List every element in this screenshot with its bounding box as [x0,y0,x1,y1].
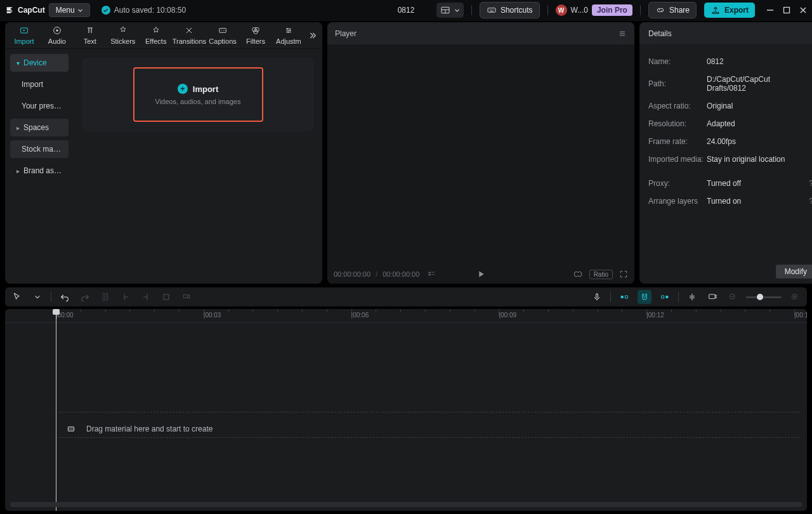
svg-rect-29 [596,294,598,298]
details-body: Name:0812 Path:D:/CapCut/CapCut Drafts/0… [639,45,812,210]
undo-button[interactable] [58,290,72,304]
fullscreen-icon[interactable] [619,270,628,279]
tab-filters[interactable]: Filters [239,23,272,48]
modify-button[interactable]: Modify [776,265,812,279]
details-panel: Details Name:0812 Path:D:/CapCut/CapCut … [639,22,812,284]
svg-rect-28 [183,295,188,298]
zoom-in-button[interactable] [788,290,802,304]
timeline-ruler[interactable]: |00:00|00:03|00:06|00:09|00:12|00:15 [5,309,807,323]
timeline-tracks[interactable]: Drag material here and start to create [13,324,799,499]
tab-transitions[interactable]: Transitions [173,23,206,48]
ratio-button[interactable]: Ratio [589,270,613,279]
zoom-out-button[interactable] [726,290,740,304]
effects-icon [151,25,161,36]
help-icon[interactable]: ? [804,197,812,206]
mic-button[interactable] [590,290,604,304]
detail-row: Name:0812 [648,53,812,70]
trim-right-button[interactable] [139,290,153,304]
share-label: Share [669,6,690,15]
magnet-left-button[interactable] [617,290,631,304]
player-controls: 00:00:00:00 / 00:00:00:00 Ratio [327,265,634,284]
sticker-icon [118,25,128,36]
tab-stickers[interactable]: Stickers [107,23,140,48]
pointer-menu[interactable] [30,290,44,304]
align-button[interactable] [685,290,699,304]
timeline-scrollbar[interactable] [10,502,802,508]
tab-captions[interactable]: Captions [206,23,239,48]
timeline-drop-row[interactable]: Drag material here and start to create [58,419,799,438]
sidebar-item-label: Your presets [22,102,64,110]
zoom-slider[interactable] [746,296,782,298]
split-button[interactable] [98,290,112,304]
export-button[interactable]: Export [704,3,755,18]
magnet-button[interactable] [638,290,652,304]
svg-rect-21 [429,272,431,273]
timeline[interactable]: |00:00|00:03|00:06|00:09|00:12|00:15 Dra… [5,309,807,511]
tab-text[interactable]: Text [74,23,107,48]
tab-adjustment[interactable]: Adjustm [272,23,305,48]
svg-rect-38 [68,427,74,432]
magnet-right-button[interactable] [658,290,672,304]
snapshot-icon[interactable] [573,269,583,279]
svg-rect-22 [429,274,431,275]
sidebar-item-import[interactable]: Import [10,76,69,93]
sidebar-item-brand[interactable]: Brand assets [10,162,69,180]
player-panel: Player 00:00:00:00 / 00:00:00:00 Ratio [327,22,634,284]
ribbon-more[interactable] [305,30,320,41]
tab-label: Text [84,37,96,45]
svg-rect-26 [106,294,108,301]
sidebar-item-device[interactable]: Device [10,54,69,72]
list-icon[interactable] [427,270,436,279]
share-button[interactable]: Share [648,2,697,18]
tab-label: Audio [48,37,66,45]
details-title: Details [648,29,672,38]
tab-audio[interactable]: Audio [41,23,74,48]
svg-rect-31 [625,296,627,298]
timeline-toolbar [5,287,807,306]
plus-circle-icon: + [178,84,188,94]
shortcuts-label: Shortcuts [501,6,533,15]
link-icon [655,5,665,15]
svg-rect-24 [431,274,435,275]
detail-row: Arrange layersTurned on? [648,192,812,210]
sidebar-item-presets[interactable]: Your presets [10,97,69,115]
trim-left-button[interactable] [119,290,133,304]
help-icon[interactable]: ? [804,179,812,188]
ruler-label: |00:15 [794,312,807,319]
join-pro-pill[interactable]: Join Pro [592,4,632,16]
capcut-icon [5,5,15,15]
svg-rect-3 [488,8,495,13]
maximize-icon[interactable] [783,6,790,14]
menu-button[interactable]: Menu [49,3,90,17]
player-menu-icon[interactable] [618,29,627,38]
adjust-icon [284,25,294,36]
import-dropzone[interactable]: + Import Videos, audios, and images [133,67,263,122]
player-viewport[interactable]: 00:00:00:00 / 00:00:00:00 Ratio [327,45,634,284]
redo-button[interactable] [78,290,92,304]
svg-rect-23 [431,272,435,273]
shortcuts-button[interactable]: Shortcuts [480,2,540,18]
chevron-down-icon [77,8,83,13]
chevrons-right-icon [307,30,317,41]
pointer-tool[interactable] [10,290,24,304]
layout-icon [440,5,450,15]
detail-row: Aspect ratio:Original [648,97,812,115]
tab-import[interactable]: Import [8,23,41,48]
detach-audio-button[interactable] [180,290,193,304]
sidebar-item-spaces[interactable]: Spaces [10,119,69,136]
tab-effects[interactable]: Effects [140,23,173,48]
crop-button[interactable] [159,290,173,304]
tab-label: Stickers [110,37,135,45]
upload-icon [710,5,721,15]
user-badge[interactable]: W W...0 Join Pro [556,4,632,16]
detail-row: Frame rate:24.00fps [648,133,812,150]
layout-button[interactable] [436,3,464,18]
sidebar-item-stock[interactable]: Stock mater... [10,140,69,158]
minimize-icon[interactable] [766,6,774,14]
preview-button[interactable] [705,290,719,304]
ruler-label: |00:12 [646,312,664,319]
close-icon[interactable] [799,6,807,14]
avatar: W [556,4,567,16]
play-button[interactable] [476,269,486,279]
svg-point-13 [56,29,58,31]
